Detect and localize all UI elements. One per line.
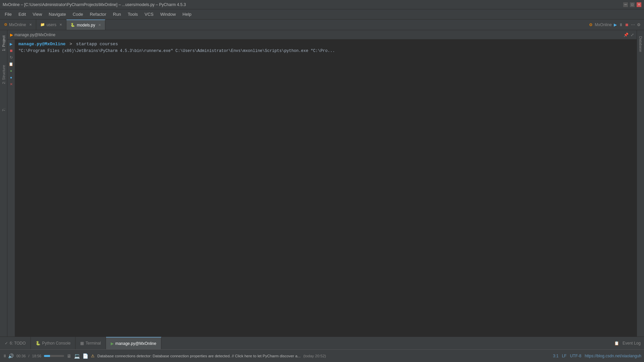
sidebar-item-project[interactable]: 1: Project — [0, 34, 7, 53]
minimize-button[interactable]: ─ — [623, 2, 628, 7]
cursor-position: 3:1 — [553, 354, 559, 358]
terminal-reload-icon[interactable]: ↻ — [8, 54, 14, 60]
terminal-green-icon[interactable]: ● — [8, 68, 14, 74]
python-console-icon: 🐍 — [36, 341, 41, 346]
db-message[interactable]: Database connections detector: Database … — [97, 354, 301, 358]
pause-indicator[interactable]: ⏸ — [619, 22, 623, 27]
manage-label: manage.py@MxOnline — [115, 341, 156, 346]
title-text: MxOnline – [C:\Users\Administrator\PyCha… — [3, 2, 623, 7]
title-bar: MxOnline – [C:\Users\Administrator\PyCha… — [0, 0, 644, 9]
sound-icon[interactable]: 🔊 — [8, 353, 14, 359]
media-controls: ⏸ 🔊 — [3, 353, 14, 359]
terminal-prompt-line: manage.py@MxOnline > startapp courses — [18, 42, 633, 47]
tab-users[interactable]: 📁 users ✕ — [36, 19, 66, 30]
tab-users-label: users — [47, 22, 56, 27]
media-icon-3[interactable]: 💻 — [74, 353, 80, 359]
tab-models-label: models.py — [77, 23, 95, 27]
stop-indicator[interactable]: ⏹ — [625, 22, 629, 27]
tab-right-controls: ⚙ MxOnline ▶ ⏸ ⏹ ⋯ ⚙ — [589, 19, 644, 30]
maximize-button[interactable]: □ — [630, 2, 635, 7]
play-button[interactable]: ⏸ — [3, 354, 7, 358]
db-warning-icon: ⚠ — [91, 354, 95, 358]
tab-users-close[interactable]: ✕ — [59, 23, 62, 26]
tab-models[interactable]: 🐍 models.py ✕ — [66, 19, 105, 30]
tab-mxonline-label: MxOnline — [9, 22, 26, 27]
db-timestamp: (today 20:52) — [303, 354, 326, 358]
tab-mxonline-close[interactable]: ✕ — [29, 23, 32, 26]
bottom-tab-manage[interactable]: ▶ manage.py@MxOnline — [106, 337, 161, 349]
status-bar-left: ⏸ 🔊 00:36 / 18:56 🖥 💻 📄 ⚠ Database conne… — [3, 353, 326, 359]
menu-window[interactable]: Window — [157, 10, 179, 18]
terminal-output: "C:\Program Files (x86)\JetBrains\PyChar… — [18, 49, 633, 53]
manage-run-icon: ▶ — [111, 341, 114, 346]
terminal-expand-icon[interactable]: ⤢ — [631, 33, 634, 37]
settings-tab-icon[interactable]: ⚙ — [637, 22, 641, 27]
menu-help[interactable]: Help — [179, 10, 195, 18]
terminal-icons-bar: ▶ ⏹ ↻ 📋 ● ● ✕ — [7, 40, 15, 337]
menu-navigate[interactable]: Navigate — [45, 10, 69, 18]
terminal-prompt: manage.py@MxOnline — [18, 42, 65, 47]
terminal-stop-icon[interactable]: ⏹ — [8, 48, 14, 54]
terminal-panel: ▶ manage.py@MxOnline 📌 ⤢ ▶ ⏹ ↻ 📋 ● ● ✕ — [7, 30, 637, 337]
progress-bar[interactable] — [44, 355, 64, 357]
menu-bar: File Edit View Navigate Code Refactor Ru… — [0, 9, 644, 19]
encoding: UTF-8 — [570, 354, 581, 358]
close-button[interactable]: ✕ — [637, 2, 641, 7]
menu-vcs[interactable]: VCS — [141, 10, 157, 18]
tab-models-close[interactable]: ✕ — [98, 23, 101, 27]
bottom-tab-todo[interactable]: ✓ 6: TODO — [0, 337, 31, 349]
tab-mxonline[interactable]: ⚙ MxOnline ✕ — [0, 19, 36, 30]
project-icon: ⚙ — [4, 22, 7, 27]
status-bar-right: 3:1 LF UTF-8 https://blog.csdn.net/xiaol… — [553, 354, 642, 358]
run-tab-label: MxOnline — [595, 22, 612, 27]
progress-fill — [44, 355, 50, 357]
media-icon-4[interactable]: 📄 — [83, 353, 88, 359]
menu-edit[interactable]: Edit — [15, 10, 29, 18]
line-ending: LF — [562, 354, 567, 358]
bottom-tab-terminal[interactable]: ▦ Terminal — [75, 337, 106, 349]
terminal-copy-icon[interactable]: 📋 — [8, 61, 14, 67]
terminal-red-icon[interactable]: ✕ — [8, 81, 14, 87]
more-actions[interactable]: ⋯ — [631, 22, 635, 27]
menu-file[interactable]: File — [1, 10, 15, 18]
run-indicator: ⚙ — [589, 22, 593, 27]
menu-tools[interactable]: Tools — [124, 10, 141, 18]
terminal-label: Terminal — [86, 341, 101, 346]
bottom-tab-right: 📋 Event Log — [614, 337, 644, 349]
terminal-content[interactable]: manage.py@MxOnline > startapp courses "C… — [15, 40, 637, 337]
python-file-icon: 🐍 — [70, 23, 75, 27]
menu-run[interactable]: Run — [110, 10, 124, 18]
terminal-run-icon[interactable]: ▶ — [8, 41, 14, 47]
todo-icon: ✓ — [5, 341, 8, 346]
terminal-arrow: > — [69, 42, 75, 47]
external-link[interactable]: https://blog.csdn.net/xiaolanguh — [585, 354, 641, 358]
sidebar-item-7[interactable]: 7: — [0, 106, 7, 113]
python-console-label: Python Console — [42, 341, 71, 346]
event-log-label[interactable]: Event Log — [623, 341, 641, 346]
sidebar-item-structure[interactable]: 2: Structure — [0, 63, 7, 86]
run-button[interactable]: ▶ — [614, 22, 617, 27]
terminal-title: manage.py@MxOnline — [14, 33, 55, 37]
tab-bar: ⚙ MxOnline ✕ 📁 users ✕ 🐍 models.py ✕ ⚙ M… — [0, 19, 644, 30]
menu-refactor[interactable]: Refactor — [87, 10, 110, 18]
folder-icon: 📁 — [40, 22, 45, 27]
menu-view[interactable]: View — [29, 10, 45, 18]
left-panel-labels: 1: Project 2: Structure 7: — [0, 30, 7, 337]
event-log-icon: 📋 — [614, 341, 619, 346]
bottom-tab-python-console[interactable]: 🐍 Python Console — [31, 337, 76, 349]
sidebar-item-database[interactable]: Database — [637, 34, 644, 55]
media-icon-2[interactable]: 🖥 — [67, 353, 71, 359]
terminal-pin-icon[interactable]: 📌 — [624, 33, 629, 37]
terminal-header: ▶ manage.py@MxOnline 📌 ⤢ — [7, 30, 637, 40]
terminal-content-wrapper: ▶ ⏹ ↻ 📋 ● ● ✕ manage.py@MxOnline > start… — [7, 40, 637, 337]
todo-label: 6: TODO — [10, 341, 26, 346]
time-elapsed: 00:36 — [16, 354, 26, 358]
terminal-header-icon: ▶ — [10, 33, 13, 37]
bottom-tabs-bar: ✓ 6: TODO 🐍 Python Console ▦ Terminal ▶ … — [0, 337, 644, 349]
menu-code[interactable]: Code — [69, 10, 87, 18]
right-panel-labels: Database — [637, 30, 644, 337]
terminal-blue-icon[interactable]: ● — [8, 74, 14, 80]
terminal-icon: ▦ — [80, 341, 84, 346]
status-bar: ⏸ 🔊 00:36 / 18:56 🖥 💻 📄 ⚠ Database conne… — [0, 349, 644, 362]
terminal-header-controls: 📌 ⤢ — [624, 33, 634, 37]
